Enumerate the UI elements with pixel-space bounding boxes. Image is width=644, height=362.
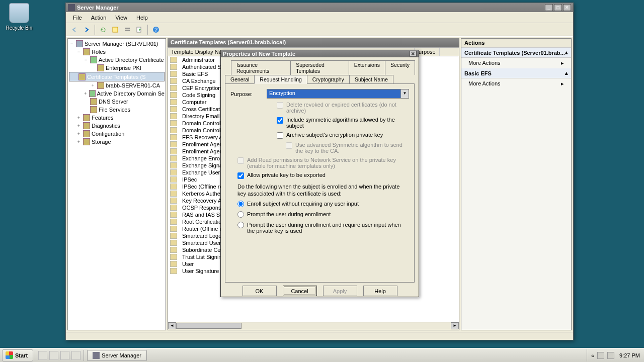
task-server-manager[interactable]: Server Manager — [87, 350, 147, 361]
tree-diagnostics[interactable]: +Diagnostics — [69, 122, 165, 130]
export-button[interactable] — [134, 24, 145, 35]
system-tray: « 9:27 PM — [587, 349, 644, 361]
forward-button[interactable] — [81, 24, 92, 35]
tray-expand[interactable]: « — [591, 352, 594, 358]
scroll-left-button[interactable]: ◄ — [168, 322, 176, 329]
tree-roles[interactable]: −Roles — [69, 48, 165, 56]
tree-adds[interactable]: +Active Directory Domain Se — [69, 89, 165, 98]
tree-file-services[interactable]: File Services — [69, 106, 165, 114]
template-icon — [170, 198, 177, 204]
tab-extensions[interactable]: Extensions — [349, 60, 385, 75]
ql-explorer[interactable] — [49, 351, 58, 360]
tab-issuance[interactable]: Issuance Requirements — [231, 60, 291, 75]
svg-rect-2 — [125, 30, 130, 31]
template-icon — [170, 191, 177, 197]
desktop-recycle-bin[interactable]: Recycle Bin — [4, 3, 34, 31]
start-label: Start — [15, 352, 28, 358]
svg-text:?: ? — [154, 27, 157, 33]
tab-general[interactable]: General — [225, 75, 255, 83]
properties-dialog: Properties of New Template ✕ Issuance Re… — [220, 50, 419, 297]
recycle-bin-icon — [9, 3, 29, 23]
radio-prompt-key[interactable]: Prompt the user during enrollment and re… — [237, 222, 409, 234]
back-button[interactable] — [69, 24, 80, 35]
tree-enterprise-pki[interactable]: Enterprise PKI — [69, 64, 165, 72]
tab-superseded[interactable]: Superseded Templates — [290, 60, 349, 75]
ql-server-manager[interactable] — [71, 351, 80, 360]
template-icon — [170, 148, 177, 154]
tree-adcs[interactable]: −Active Directory Certificate — [69, 56, 165, 64]
tree-storage[interactable]: +Storage — [69, 138, 165, 146]
start-button[interactable]: Start — [2, 349, 33, 361]
actions-section-templates[interactable]: Certificate Templates (Server01.brab...▴ — [461, 48, 571, 58]
ql-show-desktop[interactable] — [38, 351, 47, 360]
scroll-thumb[interactable] — [176, 323, 242, 329]
actions-header: Actions — [461, 39, 571, 48]
horizontal-scrollbar[interactable]: ◄ ► — [168, 322, 459, 330]
tab-row-back: Issuance Requirements Superseded Templat… — [231, 60, 415, 75]
actions-more-2[interactable]: More Actions▸ — [461, 78, 571, 89]
status-bar — [66, 332, 573, 340]
tray-icon-2[interactable] — [607, 352, 614, 359]
tree-certificate-templates[interactable]: Certificate Templates (S — [69, 72, 165, 81]
tree-features[interactable]: +Features — [69, 114, 165, 122]
chk-delete-revoked: Delete revoked or expired certificates (… — [277, 102, 409, 114]
ok-button[interactable]: OK — [243, 286, 277, 296]
tab-security[interactable]: Security — [385, 60, 415, 75]
chk-symmetric[interactable]: Include symmetric algorithms allowed by … — [277, 117, 409, 129]
tab-request-handling[interactable]: Request Handling — [254, 75, 307, 84]
tray-icon-1[interactable] — [597, 352, 604, 359]
template-icon — [170, 240, 177, 246]
recycle-bin-label: Recycle Bin — [4, 25, 34, 31]
chk-allow-export[interactable]: Allow private key to be exported — [237, 172, 409, 179]
dialog-close-button[interactable]: ✕ — [410, 51, 417, 57]
template-icon — [170, 261, 177, 267]
ql-ie[interactable] — [60, 351, 69, 360]
tab-cryptography[interactable]: Cryptography — [307, 75, 350, 83]
export-icon — [136, 26, 143, 33]
list-button[interactable] — [122, 24, 133, 35]
menu-help[interactable]: Help — [132, 14, 152, 22]
menu-view[interactable]: View — [111, 14, 131, 22]
apply-button[interactable]: Apply — [323, 286, 357, 296]
template-icon — [170, 57, 177, 63]
collapse-icon: ▴ — [565, 49, 568, 56]
tab-panel: Purpose: Encryption ▼ Delete revoked or … — [225, 83, 415, 283]
minimize-button[interactable]: _ — [545, 4, 553, 11]
maximize-button[interactable]: □ — [554, 4, 562, 11]
tree-ca[interactable]: +brabb-SERVER01-CA — [69, 81, 165, 89]
titlebar[interactable]: Server Manager _ □ ✕ — [66, 3, 573, 12]
tree-root[interactable]: −Server Manager (SERVER01) — [69, 40, 165, 48]
purpose-dropdown[interactable]: Encryption ▼ — [267, 89, 409, 99]
tree-configuration[interactable]: +Configuration — [69, 130, 165, 138]
task-icon — [93, 352, 100, 359]
tree-dns[interactable]: DNS Server — [69, 98, 165, 106]
close-button[interactable]: ✕ — [563, 4, 571, 11]
properties-icon — [112, 26, 119, 33]
help-icon: ? — [152, 26, 159, 33]
menu-action[interactable]: Action — [87, 14, 111, 22]
template-icon — [170, 85, 177, 91]
tree-pane[interactable]: −Server Manager (SERVER01) −Roles −Activ… — [67, 38, 166, 330]
dialog-titlebar[interactable]: Properties of New Template ✕ — [221, 50, 419, 57]
list-header-title: Certificate Templates (Server01.brabb.lo… — [168, 38, 459, 47]
cancel-button[interactable]: Cancel — [283, 286, 317, 296]
refresh-button[interactable] — [98, 24, 109, 35]
actions-section-basic-efs[interactable]: Basic EFS▴ — [461, 68, 571, 78]
template-icon — [170, 106, 177, 112]
tab-row-front: General Request Handling Cryptography Su… — [225, 75, 415, 83]
radio-prompt-enroll[interactable]: Prompt the user during enrollment — [237, 211, 409, 218]
template-icon — [170, 226, 177, 232]
refresh-icon — [100, 26, 107, 33]
chk-archive[interactable]: Archive subject's encryption private key — [277, 132, 409, 139]
menu-file[interactable]: File — [69, 14, 86, 22]
radio-no-input[interactable]: Enroll subject without requiring any use… — [237, 201, 409, 207]
help-button[interactable]: Help — [363, 286, 397, 296]
template-icon — [170, 254, 177, 260]
scroll-right-button[interactable]: ► — [451, 322, 459, 329]
tray-clock[interactable]: 9:27 PM — [619, 352, 640, 358]
tab-subject-name[interactable]: Subject Name — [349, 75, 393, 83]
help-button[interactable]: ? — [150, 24, 162, 35]
actions-more-1[interactable]: More Actions▸ — [461, 58, 571, 68]
properties-button[interactable] — [110, 24, 121, 35]
actions-pane: Actions Certificate Templates (Server01.… — [461, 38, 572, 330]
